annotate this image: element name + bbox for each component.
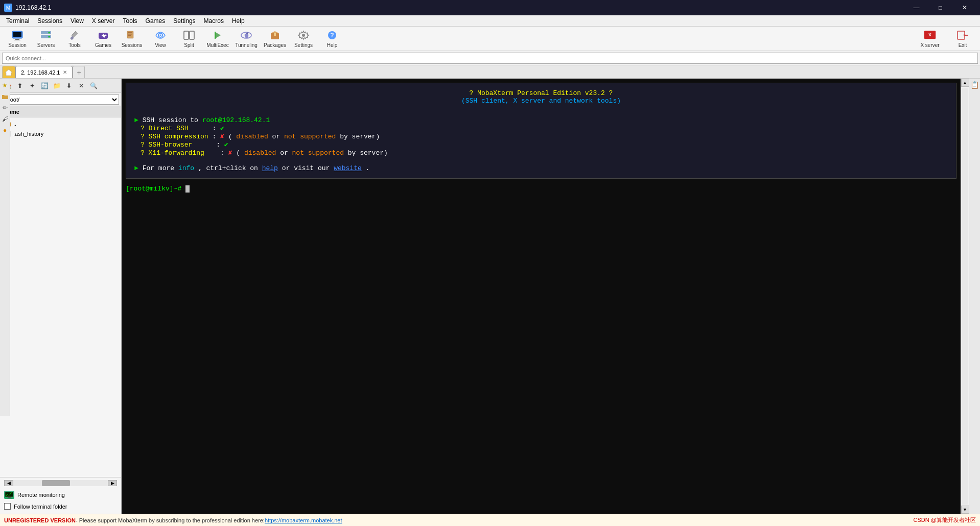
quick-connect-input[interactable] bbox=[2, 53, 978, 64]
svg-point-12 bbox=[105, 35, 107, 36]
sidebar-path-select[interactable]: /root/ bbox=[2, 94, 119, 105]
ssh-comp-not-supported: not supported bbox=[284, 133, 336, 140]
svg-rect-20 bbox=[184, 31, 189, 39]
active-tab[interactable]: 2. 192.168.42.1 ✕ bbox=[15, 66, 73, 78]
menu-sessions[interactable]: Sessions bbox=[33, 16, 66, 26]
window-controls: — □ ✕ bbox=[905, 0, 976, 15]
view-button[interactable]: View bbox=[147, 28, 174, 50]
close-button[interactable]: ✕ bbox=[953, 0, 976, 15]
sidebar-delete-button[interactable]: ✕ bbox=[76, 80, 87, 91]
menu-games[interactable]: Games bbox=[142, 16, 170, 26]
help-button[interactable]: ? Help bbox=[319, 28, 345, 50]
scroll-track bbox=[962, 88, 968, 505]
title-bar: M 192.168.42.1 — □ ✕ bbox=[0, 0, 980, 15]
menu-macros[interactable]: Macros bbox=[200, 16, 228, 26]
ssh-comp-by-server: by server) bbox=[340, 133, 380, 140]
tunneling-icon bbox=[240, 29, 252, 41]
left-folder-icon[interactable] bbox=[1, 92, 9, 101]
menu-help[interactable]: Help bbox=[228, 16, 249, 26]
x11-cross: ✘ bbox=[228, 149, 232, 157]
servers-icon bbox=[40, 29, 52, 41]
sidebar-refresh-button[interactable]: 🔄 bbox=[39, 80, 50, 91]
multiexec-button[interactable]: MultiExec bbox=[204, 28, 231, 50]
tools-button[interactable]: Tools bbox=[61, 28, 88, 50]
more-info-line: ► For more info , ctrl+click on help or … bbox=[134, 164, 948, 172]
terminal-prompt: [root@milkv]~# bbox=[126, 185, 956, 193]
menu-bar: Terminal Sessions View X server Tools Ga… bbox=[0, 15, 980, 27]
menu-view[interactable]: View bbox=[66, 16, 88, 26]
sidebar-folder-button[interactable]: 📁 bbox=[51, 80, 62, 91]
website-link[interactable]: website bbox=[334, 164, 362, 172]
terminal-area[interactable]: ? MobaXterm Personal Edition v23.2 ? (SS… bbox=[122, 79, 961, 514]
sessions-button[interactable]: Sessions bbox=[119, 28, 145, 50]
svg-point-29 bbox=[302, 34, 305, 37]
add-tab-button[interactable]: + bbox=[73, 66, 85, 78]
ssh-comp-or: or bbox=[272, 133, 284, 140]
ssh-host: root@192.168.42.1 bbox=[202, 116, 270, 124]
svg-rect-42 bbox=[6, 492, 13, 496]
status-link[interactable]: https://mobaxterm.mobatek.net bbox=[265, 517, 342, 523]
far-right-icon-1[interactable]: 📋 bbox=[970, 81, 979, 89]
file-item-dotdot[interactable]: .. bbox=[0, 118, 121, 129]
sidebar-path-bar: /root/ bbox=[0, 93, 121, 106]
menu-terminal[interactable]: Terminal bbox=[2, 16, 33, 26]
xserver-right-button[interactable]: X X server bbox=[915, 28, 945, 50]
unregistered-label: UNREGISTERED VERSION bbox=[4, 517, 76, 523]
scroll-right-button[interactable]: ▶ bbox=[108, 480, 117, 486]
file-item-ash-history[interactable]: .ash_history bbox=[0, 129, 121, 139]
left-pencil-icon[interactable]: ✏ bbox=[1, 104, 9, 112]
tab-close-button[interactable]: ✕ bbox=[63, 69, 67, 75]
follow-folder-checkbox[interactable] bbox=[4, 503, 11, 510]
scroll-left-button[interactable]: ◀ bbox=[4, 480, 13, 486]
minimize-button[interactable]: — bbox=[905, 0, 928, 15]
remote-monitoring-item[interactable]: Remote monitoring bbox=[4, 489, 117, 501]
exit-button[interactable]: Exit bbox=[949, 28, 976, 50]
x11-disabled: disabled bbox=[244, 149, 276, 157]
settings-button[interactable]: Settings bbox=[290, 28, 317, 50]
maximize-button[interactable]: □ bbox=[929, 0, 952, 15]
right-scrollbar: ▲ ▼ bbox=[961, 79, 969, 514]
status-bar: UNREGISTERED VERSION - Please support Mo… bbox=[0, 514, 980, 526]
scroll-down-button[interactable]: ▼ bbox=[961, 506, 969, 514]
status-message: - Please support MobaXterm by subscribin… bbox=[76, 517, 265, 523]
help-link[interactable]: help bbox=[262, 164, 278, 172]
servers-button[interactable]: Servers bbox=[33, 28, 59, 50]
settings-icon bbox=[297, 29, 310, 41]
menu-tools[interactable]: Tools bbox=[119, 16, 142, 26]
x11-or: or bbox=[280, 149, 292, 157]
x11-colon: : bbox=[208, 149, 228, 157]
ssh-arrow: ► bbox=[134, 116, 138, 124]
games-button[interactable]: Games bbox=[90, 28, 116, 50]
ssh-session-line: ► SSH session to root@192.168.42.1 bbox=[134, 116, 948, 124]
home-tab[interactable] bbox=[2, 66, 15, 78]
packages-button[interactable]: Packages bbox=[262, 28, 288, 50]
sidebar-file-header: Name bbox=[0, 106, 121, 117]
sidebar-up-button[interactable]: ⬆ bbox=[14, 80, 26, 91]
left-circle-icon[interactable]: ● bbox=[1, 126, 9, 134]
more-info-end: . bbox=[366, 164, 370, 172]
svg-rect-43 bbox=[8, 497, 11, 498]
left-brush-icon[interactable]: 🖌 bbox=[1, 115, 9, 123]
left-star-icon[interactable]: ★ bbox=[1, 81, 9, 89]
scroll-up-button[interactable]: ▲ bbox=[961, 79, 969, 87]
menu-settings[interactable]: Settings bbox=[169, 16, 199, 26]
svg-marker-36 bbox=[5, 69, 12, 76]
more-info-text1: For more bbox=[143, 164, 178, 172]
sidebar-new-button[interactable]: ✦ bbox=[27, 80, 38, 91]
svg-point-13 bbox=[104, 36, 105, 38]
menu-xserver[interactable]: X server bbox=[88, 16, 119, 26]
ssh-browser-label: ? SSH-browser bbox=[141, 141, 192, 149]
more-info-text2: , ctrl+click on bbox=[198, 164, 262, 172]
remote-monitoring-label: Remote monitoring bbox=[17, 492, 65, 498]
follow-terminal-folder-item: Follow terminal folder bbox=[4, 501, 117, 512]
games-icon bbox=[97, 29, 109, 41]
session-button[interactable]: Session bbox=[4, 28, 31, 50]
tunneling-button[interactable]: Tunneling bbox=[233, 28, 260, 50]
packages-label: Packages bbox=[264, 42, 286, 48]
sidebar-download-button[interactable]: ⬇ bbox=[63, 80, 75, 91]
split-icon bbox=[183, 29, 195, 41]
split-button[interactable]: Split bbox=[176, 28, 202, 50]
svg-point-7 bbox=[49, 36, 50, 38]
ssh-comp-label: ? SSH compression bbox=[141, 133, 208, 140]
sidebar-search-button[interactable]: 🔍 bbox=[88, 80, 99, 91]
